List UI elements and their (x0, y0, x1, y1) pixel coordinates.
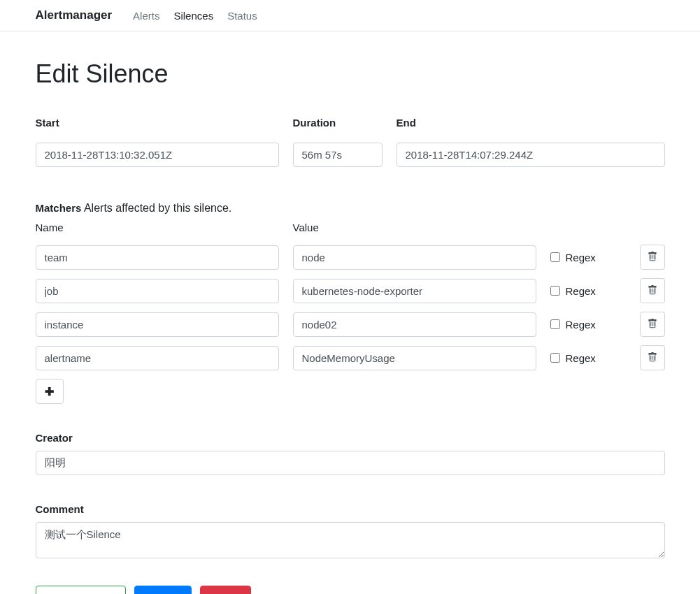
matcher-row: Regex (36, 345, 665, 370)
duration-input[interactable] (293, 143, 383, 167)
matchers-subheading: Alerts affected by this silence. (84, 202, 231, 214)
matcher-col-headers: Name Value (36, 222, 665, 239)
matcher-value-input[interactable] (293, 312, 536, 337)
brand[interactable]: Alertmanager (36, 8, 113, 22)
matcher-value-input[interactable] (293, 279, 536, 303)
time-inputs-row (36, 143, 665, 167)
add-matcher-button[interactable]: ✚ (36, 379, 64, 404)
matcher-name-input[interactable] (36, 279, 279, 303)
page-title: Edit Silence (36, 59, 665, 89)
matcher-value-input[interactable] (293, 346, 536, 370)
comment-label: Comment (36, 503, 665, 515)
matcher-value-input[interactable] (293, 245, 536, 270)
matcher-row: Regex (36, 278, 665, 303)
comment-section: Comment (36, 503, 665, 561)
creator-input[interactable] (36, 451, 665, 475)
matcher-row: Regex (36, 245, 665, 270)
delete-matcher-button[interactable] (640, 245, 665, 270)
navbar: Alertmanager Alerts Silences Status (0, 0, 700, 31)
regex-label: Regex (566, 285, 596, 297)
matchers-heading: Matchers (36, 202, 82, 214)
creator-label: Creator (36, 432, 665, 444)
plus-icon: ✚ (45, 385, 54, 398)
name-col-header: Name (36, 222, 279, 233)
main-container: Edit Silence Start Duration End Matchers… (22, 59, 679, 594)
matcher-name-input[interactable] (36, 346, 279, 370)
start-input[interactable] (36, 143, 279, 167)
end-label: End (397, 117, 665, 129)
regex-label: Regex (566, 252, 596, 263)
regex-checkbox[interactable] (550, 353, 560, 363)
trash-icon (648, 352, 657, 364)
update-button[interactable]: Update (134, 586, 192, 594)
regex-label: Regex (566, 319, 596, 331)
duration-label: Duration (293, 117, 383, 129)
trash-icon (648, 319, 657, 331)
regex-checkbox[interactable] (550, 252, 560, 262)
regex-checkbox[interactable] (550, 286, 560, 296)
nav-alerts[interactable]: Alerts (133, 10, 159, 22)
matcher-name-input[interactable] (36, 245, 279, 270)
navbar-inner: Alertmanager Alerts Silences Status (22, 8, 679, 22)
preview-alerts-button[interactable]: Preview Alerts (36, 586, 126, 594)
matcher-name-input[interactable] (36, 312, 279, 337)
end-input[interactable] (397, 143, 665, 167)
nav-status[interactable]: Status (227, 10, 257, 22)
matchers-section: Matchers Alerts affected by this silence… (36, 202, 665, 404)
comment-input[interactable] (36, 522, 665, 558)
trash-icon (648, 252, 657, 263)
action-buttons: Preview Alerts Update Reset (36, 586, 665, 594)
creator-section: Creator (36, 432, 665, 475)
reset-button[interactable]: Reset (200, 586, 251, 594)
time-labels-row: Start Duration End (36, 117, 665, 136)
nav-silences[interactable]: Silences (173, 10, 213, 22)
delete-matcher-button[interactable] (640, 345, 665, 370)
delete-matcher-button[interactable] (640, 278, 665, 303)
matcher-row: Regex (36, 312, 665, 337)
regex-checkbox[interactable] (550, 319, 560, 329)
matchers-header: Matchers Alerts affected by this silence… (36, 202, 665, 215)
trash-icon (648, 285, 657, 297)
regex-label: Regex (566, 352, 596, 364)
value-col-header: Value (293, 222, 536, 233)
start-label: Start (36, 117, 279, 129)
delete-matcher-button[interactable] (640, 312, 665, 337)
